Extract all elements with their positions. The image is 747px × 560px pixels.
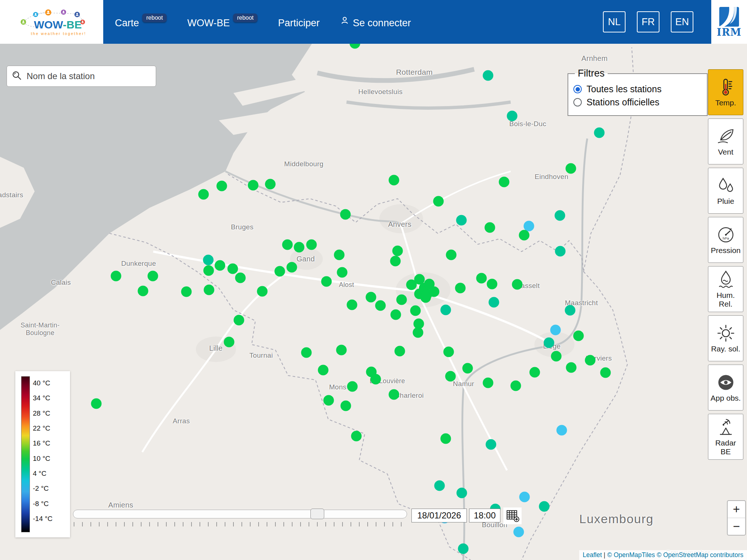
attribution-credits[interactable]: © OpenMapTiles © OpenStreetMap contribut… — [607, 551, 743, 559]
station-dot[interactable] — [441, 433, 451, 444]
station-dot[interactable] — [257, 286, 268, 297]
station-dot[interactable] — [217, 181, 227, 191]
station-dot[interactable] — [336, 345, 347, 355]
station-dot[interactable] — [248, 180, 259, 191]
lang-button-fr[interactable]: FR — [637, 11, 659, 32]
search-input[interactable] — [26, 71, 156, 82]
station-dot[interactable] — [301, 347, 312, 358]
filter-option-stations-officielles[interactable]: Stations officielles — [573, 97, 703, 108]
station-dot[interactable] — [483, 70, 494, 81]
station-dot[interactable] — [555, 246, 566, 257]
station-dot[interactable] — [204, 285, 214, 295]
station-dot[interactable] — [585, 355, 596, 366]
station-dot[interactable] — [392, 246, 403, 256]
station-dot[interactable] — [375, 300, 386, 311]
station-dot[interactable] — [507, 111, 518, 121]
station-dot[interactable] — [396, 295, 407, 305]
station-dot[interactable] — [514, 527, 524, 537]
station-dot[interactable] — [483, 378, 494, 388]
station-dot[interactable] — [550, 325, 561, 335]
station-dot[interactable] — [390, 256, 401, 267]
station-dot[interactable] — [551, 351, 562, 362]
station-dot[interactable] — [294, 242, 305, 253]
station-dot[interactable] — [446, 250, 457, 260]
station-dot[interactable] — [275, 266, 285, 277]
layer-button-vent[interactable]: Vent — [708, 118, 743, 164]
station-dot[interactable] — [282, 240, 293, 250]
map-canvas[interactable]: ArnhemRotterdamHellevoetsluisBois-le-Duc… — [0, 0, 747, 560]
layer-button-pluie[interactable]: Pluie — [708, 168, 743, 214]
station-dot[interactable] — [198, 189, 209, 200]
layer-button-temp-[interactable]: Temp. — [708, 69, 743, 115]
station-dot[interactable] — [228, 264, 238, 274]
station-dot[interactable] — [565, 305, 576, 316]
calendar-button[interactable] — [503, 508, 522, 524]
station-search[interactable] — [7, 66, 156, 87]
station-dot[interactable] — [347, 381, 358, 392]
layer-button-app-obs-[interactable]: App obs. — [708, 365, 743, 411]
station-dot[interactable] — [512, 279, 523, 290]
station-dot[interactable] — [318, 365, 329, 376]
station-dot[interactable] — [410, 306, 421, 316]
layer-button-ray-sol-[interactable]: Ray. sol. — [708, 315, 743, 361]
station-dot[interactable] — [340, 209, 351, 220]
station-dot[interactable] — [235, 273, 246, 283]
station-dot[interactable] — [203, 255, 214, 265]
station-dot[interactable] — [91, 398, 102, 409]
nav-item-carte[interactable]: Cartereboot — [115, 15, 167, 29]
leaflet-link[interactable]: Leaflet — [583, 551, 602, 559]
nav-item-se-connecter[interactable]: Se connecter — [340, 15, 411, 29]
station-dot[interactable] — [337, 267, 348, 278]
station-dot[interactable] — [215, 260, 225, 271]
station-dot[interactable] — [519, 230, 530, 241]
station-dot[interactable] — [389, 389, 399, 400]
station-dot[interactable] — [600, 368, 611, 378]
station-dot[interactable] — [351, 431, 362, 442]
station-dot[interactable] — [511, 381, 521, 391]
zoom-out-button[interactable]: − — [728, 518, 745, 535]
station-dot[interactable] — [334, 250, 345, 260]
station-dot[interactable] — [476, 273, 487, 284]
layer-button-radar-be[interactable]: Radar BE — [708, 414, 743, 460]
time-slider-handle[interactable] — [310, 509, 324, 519]
lang-button-nl[interactable]: NL — [603, 11, 626, 32]
station-dot[interactable] — [457, 488, 467, 498]
station-dot[interactable] — [421, 292, 431, 303]
station-dot[interactable] — [486, 439, 496, 450]
station-dot[interactable] — [389, 175, 399, 186]
station-dot[interactable] — [111, 271, 121, 281]
station-dot[interactable] — [366, 292, 376, 303]
layer-button-pression[interactable]: hPaPression — [708, 217, 743, 263]
station-dot[interactable] — [557, 425, 567, 436]
station-dot[interactable] — [573, 331, 584, 341]
station-dot[interactable] — [306, 240, 317, 250]
nav-item-participer[interactable]: Participer — [278, 15, 320, 29]
station-dot[interactable] — [324, 395, 334, 406]
radio-button[interactable] — [573, 85, 582, 93]
station-dot[interactable] — [544, 338, 554, 348]
station-dot[interactable] — [566, 163, 576, 174]
station-dot[interactable] — [395, 346, 405, 357]
time-slider[interactable] — [73, 510, 407, 518]
station-dot[interactable] — [555, 210, 565, 221]
station-dot[interactable] — [414, 319, 424, 329]
station-dot[interactable] — [530, 367, 540, 378]
station-dot[interactable] — [148, 271, 158, 281]
station-dot[interactable] — [455, 283, 466, 293]
station-dot[interactable] — [204, 265, 214, 276]
station-dot[interactable] — [224, 337, 235, 347]
layer-button-hum-rel-[interactable]: Hum. Rel. — [708, 266, 743, 312]
station-dot[interactable] — [499, 177, 510, 187]
station-dot[interactable] — [444, 347, 454, 357]
time-input[interactable]: 18:00 — [469, 509, 500, 522]
irm-logo[interactable]: IRM — [711, 0, 747, 44]
radio-button[interactable] — [573, 98, 582, 106]
station-dot[interactable] — [519, 492, 530, 502]
lang-button-en[interactable]: EN — [671, 11, 693, 32]
station-dot[interactable] — [341, 401, 351, 411]
station-dot[interactable] — [458, 544, 469, 554]
station-dot[interactable] — [321, 276, 332, 287]
station-dot[interactable] — [391, 310, 401, 320]
station-dot[interactable] — [462, 363, 473, 374]
station-dot[interactable] — [265, 179, 276, 190]
